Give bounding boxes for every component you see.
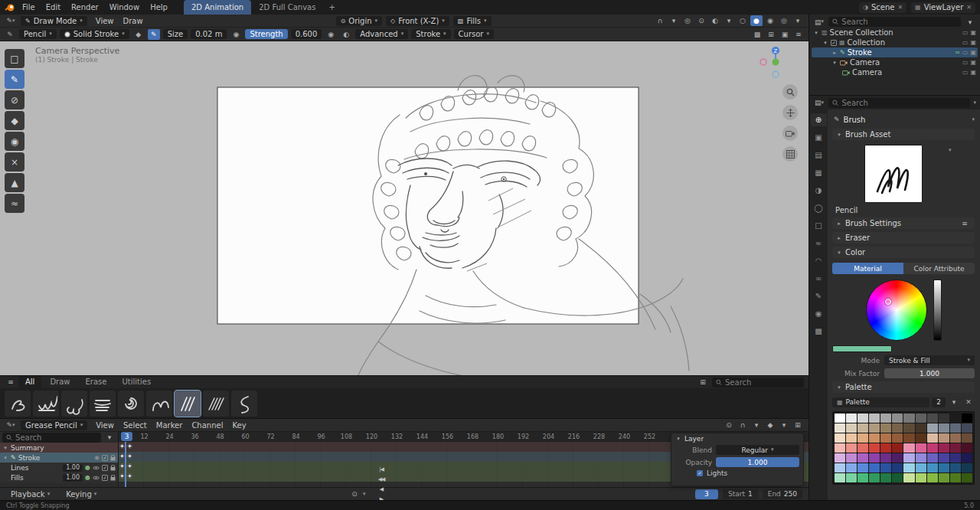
lock-icon[interactable] bbox=[110, 455, 116, 461]
palette-swatch[interactable] bbox=[892, 414, 903, 423]
snap-magnet-icon[interactable]: ∩ bbox=[737, 420, 749, 430]
palette-swatch[interactable] bbox=[880, 473, 891, 482]
color-wheel[interactable] bbox=[866, 280, 927, 341]
palette-swatch[interactable] bbox=[858, 443, 868, 453]
viewport[interactable]: Camera Perspective (1) Stroke | Stroke □… bbox=[0, 41, 808, 375]
palette-unlink-icon[interactable]: ✕ bbox=[962, 397, 975, 407]
eye-icon[interactable] bbox=[93, 476, 100, 480]
frame-end-field[interactable]: End250 bbox=[763, 489, 802, 499]
keying-menu[interactable]: Keying▾ bbox=[61, 490, 101, 499]
palette-swatch[interactable] bbox=[927, 463, 938, 472]
blend-dropdown[interactable]: Regular▾ bbox=[716, 445, 799, 455]
scribble-brush[interactable] bbox=[118, 391, 144, 417]
filter-dropdown[interactable]: ▾ bbox=[778, 420, 790, 430]
stroke-dropdown[interactable]: Stroke▾ bbox=[411, 29, 450, 39]
material-selector[interactable]: Solid Stroke▾ bbox=[60, 29, 129, 39]
palette-swatch[interactable] bbox=[962, 473, 972, 482]
palette-swatch[interactable] bbox=[927, 443, 938, 453]
palette-swatch[interactable] bbox=[916, 414, 926, 423]
channel-filter-icon[interactable]: ▾ bbox=[103, 432, 116, 443]
palette-swatch[interactable] bbox=[880, 423, 891, 433]
palette-swatch[interactable] bbox=[903, 414, 914, 423]
brush-preview-dropdown[interactable]: ▾ bbox=[949, 148, 952, 153]
palette-swatch[interactable] bbox=[903, 463, 914, 472]
palette-swatch[interactable] bbox=[869, 453, 880, 463]
palette-user-count[interactable]: 2 bbox=[932, 397, 946, 407]
palette-swatch[interactable] bbox=[939, 414, 949, 423]
palette-swatch[interactable] bbox=[858, 414, 868, 423]
opacity-slider[interactable]: 1.000 bbox=[716, 457, 799, 467]
channel-summary[interactable]: ▾ Summary bbox=[0, 443, 118, 453]
soft-ink-brush[interactable] bbox=[33, 391, 59, 417]
menu-item[interactable]: Channel bbox=[187, 421, 227, 430]
auto-keying-icon[interactable]: ⊙ bbox=[348, 489, 361, 499]
scene-selector[interactable]: ◑ Scene ✕ bbox=[859, 2, 906, 13]
palette-swatch[interactable] bbox=[939, 433, 949, 443]
brush-settings-panel-header[interactable]: ▸ Brush Settings ≡ bbox=[832, 217, 975, 229]
expand-icon[interactable]: ▾ bbox=[831, 60, 838, 66]
material-tab-icon[interactable]: ◉ bbox=[811, 307, 827, 320]
expand-icon[interactable]: ▾ bbox=[813, 30, 819, 36]
shelf-tab-erase[interactable]: Erase bbox=[79, 376, 114, 388]
flat-pen-brush[interactable] bbox=[90, 391, 116, 417]
gizmo-icon[interactable]: ⊙ bbox=[695, 15, 707, 26]
constraint-tab-icon[interactable]: ∞ bbox=[811, 272, 827, 285]
camera-data-row[interactable]: Camera ▭ ▣ bbox=[812, 67, 978, 77]
palette-swatch[interactable] bbox=[846, 473, 857, 482]
outliner-display-mode-icon[interactable]: ▤▾ bbox=[813, 17, 825, 28]
keyframe[interactable] bbox=[127, 463, 132, 469]
palette-swatch[interactable] bbox=[869, 423, 880, 433]
properties-editor-icon[interactable]: ▤▾ bbox=[813, 97, 825, 108]
palette-swatch[interactable] bbox=[939, 453, 949, 463]
current-frame-badge[interactable]: 3 bbox=[121, 432, 132, 441]
palette-swatch[interactable] bbox=[835, 453, 845, 463]
channel-fills[interactable]: Fills 1.00 ● ✓ bbox=[0, 472, 118, 482]
render-display-icon[interactable]: ▣ bbox=[970, 29, 976, 36]
palette-swatch[interactable] bbox=[846, 443, 857, 453]
palette-swatch[interactable] bbox=[927, 473, 938, 482]
palette-swatch[interactable] bbox=[927, 423, 938, 433]
palette-swatch[interactable] bbox=[939, 463, 949, 472]
viewport-display-icon[interactable]: ▭ bbox=[962, 39, 969, 46]
editor-type-icon[interactable]: ✎▾ bbox=[5, 15, 17, 26]
shelf-tab-utilities[interactable]: Utilities bbox=[115, 376, 158, 388]
shelf-search[interactable] bbox=[712, 378, 804, 387]
shading-dropdown[interactable]: ▾ bbox=[792, 15, 804, 26]
presets-icon[interactable]: ≡ bbox=[959, 218, 971, 229]
palette-swatch[interactable] bbox=[892, 423, 903, 433]
lock-icon[interactable] bbox=[110, 465, 116, 471]
channel-checkbox[interactable]: ✓ bbox=[102, 475, 108, 481]
scraper-brush[interactable] bbox=[231, 391, 257, 417]
palette-swatch[interactable] bbox=[835, 463, 845, 472]
palette-swatch[interactable] bbox=[903, 433, 914, 443]
palette-swatch[interactable] bbox=[916, 473, 926, 482]
size-value-field[interactable]: 0.02 m bbox=[191, 29, 227, 39]
collapse-icon[interactable]: ▾ bbox=[675, 436, 681, 442]
palette-swatch[interactable] bbox=[846, 423, 857, 433]
eyedropper-tool[interactable]: ▲ bbox=[5, 173, 24, 192]
palette-swatch[interactable] bbox=[962, 414, 972, 423]
palette-swatch[interactable] bbox=[962, 423, 972, 433]
world-tab-icon[interactable]: ◯ bbox=[811, 201, 827, 214]
eye-icon[interactable] bbox=[93, 466, 100, 470]
palette-swatch[interactable] bbox=[916, 453, 926, 463]
jump-start-button[interactable]: |◀ bbox=[375, 464, 388, 474]
ink-pen-brush[interactable] bbox=[5, 391, 31, 417]
palette-swatch[interactable] bbox=[869, 463, 880, 472]
viewport-display-icon[interactable]: ▭ bbox=[962, 59, 969, 66]
zoom-icon[interactable] bbox=[782, 84, 798, 100]
palette-swatch[interactable] bbox=[846, 414, 857, 423]
palette-swatch[interactable] bbox=[892, 433, 903, 443]
origin-dropdown[interactable]: ⊙Origin▾ bbox=[336, 16, 382, 26]
fill-tool[interactable]: ◆ bbox=[5, 111, 24, 130]
erase-tool[interactable]: ⊘ bbox=[5, 90, 24, 110]
palette-swatch[interactable] bbox=[869, 414, 880, 423]
palette-swatch[interactable] bbox=[916, 423, 926, 433]
mask-icon[interactable]: ▩ bbox=[751, 29, 763, 40]
proportional-edit-icon[interactable]: ◎ bbox=[681, 15, 694, 26]
channel-search-input[interactable] bbox=[15, 433, 97, 442]
channel-checkbox[interactable]: ✓ bbox=[102, 465, 108, 471]
palette-swatch[interactable] bbox=[950, 463, 961, 472]
menu-item[interactable]: Select bbox=[119, 421, 152, 430]
shelf-display-icon[interactable]: ⊞ bbox=[697, 377, 709, 387]
